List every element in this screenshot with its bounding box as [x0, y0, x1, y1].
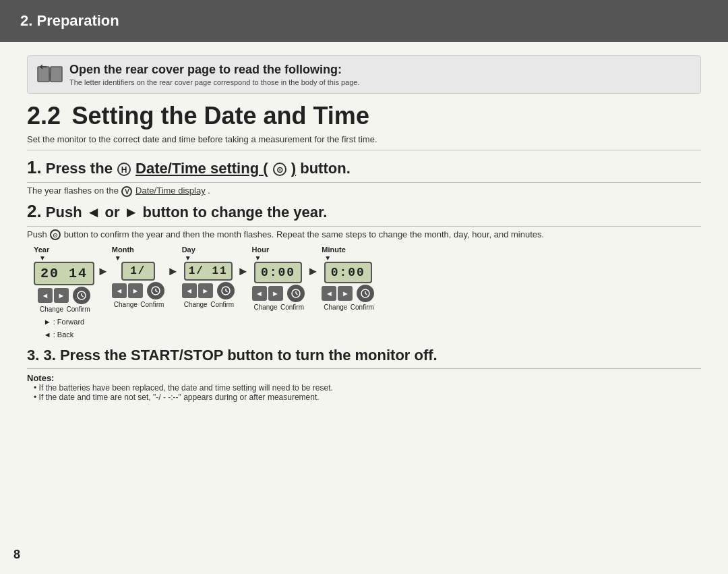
year-btn-labels: Change Confirm [38, 306, 90, 313]
clock-confirm-icon5 [361, 289, 370, 298]
day-arrow-down: ▼ [185, 254, 191, 262]
notes-section: Notes: If the batteries have been replac… [27, 373, 701, 402]
month-confirm-btn[interactable] [147, 282, 164, 299]
hour-label: Hour [252, 246, 270, 254]
svg-rect-1 [51, 67, 62, 82]
rear-cover-text: Open the rear cover page to read the fol… [69, 63, 359, 86]
step2-desc: Push ⊙ button to confirm the year and th… [27, 229, 701, 241]
section-title-row: 2.2 Setting the Date and Time [27, 102, 701, 130]
h-icon: H [117, 163, 131, 176]
year-confirm-btn[interactable] [73, 287, 90, 304]
rear-cover-notice: Open the rear cover page to read the fol… [27, 55, 701, 94]
minute-digits: 0:00 [331, 266, 365, 279]
hour-forward-btn[interactable]: ► [268, 286, 283, 301]
clock-confirm-icon4 [291, 289, 301, 298]
connector-2: ► [164, 264, 182, 279]
note-item-1: If the batteries have been replaced, the… [34, 383, 701, 393]
hour-block: Hour ▼ 0:00 ◄ ► Change Confirm [252, 246, 305, 311]
day-display: 1/ 11 [184, 262, 233, 281]
year-confirm-label: Confirm [67, 306, 90, 313]
note-item-2: If the date and time are not set, "-/ - … [34, 393, 701, 402]
hour-back-btn[interactable]: ◄ [252, 286, 267, 301]
section-title: Setting the Date and Time [72, 102, 369, 130]
day-block: Day ▼ 1/ 11 ◄ ► Change Confirm [182, 246, 235, 308]
minute-display: 0:00 [324, 262, 372, 283]
diagram-area: Year ▼ 20 14 ◄ ► Change Confirm [27, 246, 701, 341]
year-arrow-down: ▼ [39, 254, 46, 262]
month-back-btn[interactable]: ◄ [112, 283, 127, 298]
minute-back-btn[interactable]: ◄ [322, 286, 336, 301]
minute-btn-labels: Change Confirm [322, 304, 374, 311]
page-number: 8 [13, 548, 20, 562]
day-confirm-label: Confirm [210, 301, 234, 308]
step1-desc: The year flashes on the V Date/Time disp… [27, 185, 701, 197]
svg-line-10 [226, 291, 228, 292]
month-arrow-down: ▼ [115, 254, 121, 262]
page-header: 2. Preparation [0, 0, 728, 42]
minute-arrow-down: ▼ [324, 254, 331, 262]
minute-confirm-btn[interactable] [357, 285, 374, 302]
month-btn-row: ◄ ► [112, 282, 164, 299]
month-digits: 1/ [130, 265, 146, 277]
main-content: Open the rear cover page to read the fol… [0, 42, 728, 415]
year-display: 20 14 [34, 262, 94, 285]
notes-list: If the batteries have been replaced, the… [27, 383, 701, 402]
section-number: 2.2 [27, 102, 61, 130]
day-btn-row: ◄ ► [182, 282, 235, 299]
svg-line-4 [82, 295, 84, 297]
clock-confirm-icon [77, 291, 86, 300]
rear-cover-subtitle: The letter identifiers on the rear cover… [69, 78, 359, 86]
svg-line-16 [365, 293, 367, 295]
month-btn-labels: Change Confirm [112, 301, 164, 308]
rear-cover-title: Open the rear cover page to read the fol… [69, 63, 359, 77]
hour-change-label: Change [252, 304, 279, 311]
minute-block: Minute ▼ 0:00 ◄ ► Change Confirm [322, 246, 374, 311]
year-digits: 20 14 [40, 266, 88, 281]
hour-arrow-down: ▼ [255, 254, 262, 262]
year-label: Year [34, 246, 49, 254]
day-digits: 1/ 11 [189, 265, 228, 277]
connector-1: ► [94, 264, 112, 279]
connector-3: ► [235, 264, 252, 279]
svg-line-7 [156, 291, 158, 292]
minute-change-label: Change [322, 304, 349, 311]
clock-confirm-icon2 [151, 286, 160, 295]
day-confirm-btn[interactable] [217, 282, 235, 299]
minute-forward-btn[interactable]: ► [338, 286, 353, 301]
day-label: Day [182, 246, 195, 254]
month-change-label: Change [112, 301, 139, 308]
year-forward-btn[interactable]: ► [54, 288, 69, 303]
minute-confirm-label: Confirm [351, 304, 374, 311]
minute-label: Minute [322, 246, 345, 254]
hour-confirm-label: Confirm [280, 304, 304, 311]
header-label: 2. Preparation [20, 12, 119, 29]
year-block: Year ▼ 20 14 ◄ ► Change Confirm [34, 246, 94, 341]
hour-confirm-btn[interactable] [287, 285, 305, 302]
step3-header: 3. 3. Press the START/STOP button to tur… [27, 347, 701, 369]
svg-line-13 [296, 293, 298, 295]
year-back-btn[interactable]: ◄ [38, 288, 53, 303]
svg-rect-0 [38, 67, 49, 82]
v-icon: V [121, 186, 132, 197]
back-legend: ◄ : Back [44, 328, 84, 341]
step3-text: 3. Press the START/STOP button to turn t… [43, 347, 437, 364]
hour-digits: 0:00 [261, 266, 295, 279]
month-forward-btn[interactable]: ► [128, 283, 143, 298]
hour-btn-labels: Change Confirm [252, 304, 304, 311]
clock-confirm-icon3 [221, 286, 231, 295]
month-label: Month [112, 246, 134, 254]
minute-btn-row: ◄ ► [322, 285, 374, 302]
day-back-btn[interactable]: ◄ [182, 283, 197, 298]
month-confirm-label: Confirm [140, 301, 164, 308]
hour-display: 0:00 [254, 262, 302, 283]
month-display: 1/ [121, 262, 155, 281]
forward-legend: ► : Forward [44, 316, 84, 328]
month-block: Month ▼ 1/ ◄ ► Change Confirm [112, 246, 164, 308]
year-change-label: Change [38, 306, 65, 313]
step2-header: 2. Push ◄ or ► button to change the year… [27, 201, 701, 227]
day-btn-labels: Change Confirm [182, 301, 234, 308]
day-change-label: Change [182, 301, 209, 308]
year-btn-row: ◄ ► [38, 287, 90, 304]
connector-4: ► [305, 264, 322, 279]
day-forward-btn[interactable]: ► [198, 283, 213, 298]
